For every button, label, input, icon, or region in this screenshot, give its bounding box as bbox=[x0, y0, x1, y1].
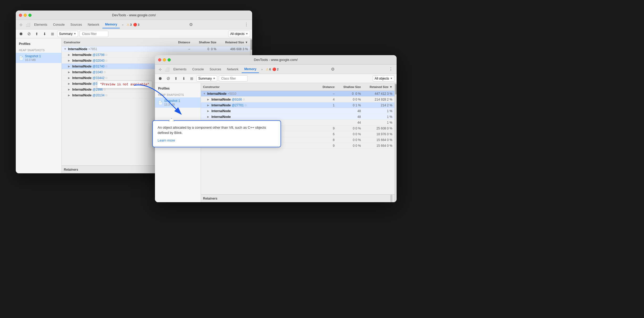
front-window-title: DevTools - www.google.com/ bbox=[254, 58, 298, 62]
front-compare-btn[interactable]: ⊞ bbox=[189, 75, 195, 82]
front-settings-icon[interactable]: ⚙ bbox=[329, 67, 336, 72]
front-nav-tabs: ⊹ ⬜ Elements Console Sources Network Mem… bbox=[155, 65, 397, 74]
front-errors: 🔴 2 bbox=[272, 67, 278, 71]
front-summary-arrow: ▼ bbox=[213, 77, 215, 80]
back-tab-network[interactable]: Network bbox=[85, 21, 102, 28]
front-scrollbar-thumb[interactable] bbox=[395, 84, 397, 95]
front-tooltip-text: An object allocated by a component other… bbox=[158, 125, 276, 135]
front-col-distance: Distance bbox=[318, 85, 337, 88]
back-expand-2[interactable]: ▶ bbox=[68, 59, 71, 62]
back-table-header: Constructor Distance Shallow Size Retain… bbox=[62, 38, 250, 46]
front-device-icon[interactable]: ⬜ bbox=[164, 66, 170, 72]
back-expand-3[interactable]: ▶ bbox=[68, 65, 71, 68]
front-inspect-icon[interactable]: ⊹ bbox=[157, 66, 163, 72]
front-table-row-4[interactable]: ▶ InternalNode 48 1 % bbox=[201, 114, 394, 120]
front-tooltip-popup: An object allocated by a component other… bbox=[152, 120, 281, 147]
back-expand-0[interactable]: ▼ bbox=[64, 48, 67, 50]
front-tab-console[interactable]: Console bbox=[190, 66, 206, 73]
back-download-btn[interactable]: ⬇ bbox=[41, 31, 48, 37]
back-all-objects-arrow: ▼ bbox=[246, 32, 248, 35]
front-expand-1[interactable]: ▶ bbox=[207, 98, 210, 101]
front-summary-select[interactable]: Summary ▼ bbox=[196, 75, 217, 82]
back-errors: 🔴 3 bbox=[133, 23, 139, 27]
back-profiles-label: Profiles bbox=[16, 41, 61, 47]
front-col-retained: Retained Size ▼ bbox=[363, 85, 394, 88]
front-scrollbar[interactable] bbox=[394, 83, 397, 202]
front-expand-2[interactable]: ▶ bbox=[207, 104, 210, 107]
front-titlebar: DevTools - www.google.com/ bbox=[155, 55, 397, 65]
front-col-constructor: Constructor bbox=[201, 85, 318, 88]
back-tab-console[interactable]: Console bbox=[50, 21, 67, 28]
back-expand-4[interactable]: ▶ bbox=[68, 71, 71, 74]
back-all-objects-select[interactable]: All objects ▼ bbox=[228, 31, 250, 37]
front-all-objects-arrow: ▼ bbox=[390, 77, 393, 80]
front-maximize-button[interactable] bbox=[168, 58, 171, 61]
front-tab-memory[interactable]: Memory bbox=[242, 66, 259, 73]
back-snapshot-name: Snapshot 1 bbox=[25, 54, 41, 58]
back-compare-btn[interactable]: ⊞ bbox=[49, 31, 56, 37]
back-settings-icon[interactable]: ⚙ bbox=[188, 22, 194, 27]
back-tab-memory[interactable]: Memory bbox=[102, 21, 120, 28]
back-nav-tabs: ⊹ ⬜ Elements Console Sources Network Mem… bbox=[16, 20, 252, 29]
back-titlebar: DevTools - www.google.com/ bbox=[16, 11, 252, 20]
front-tooltip-learn-more[interactable]: Learn more bbox=[158, 138, 175, 142]
back-minimize-button[interactable] bbox=[24, 14, 27, 17]
back-expand-5[interactable]: ▶ bbox=[68, 76, 71, 79]
back-record-btn[interactable]: ⏺ bbox=[18, 31, 24, 37]
front-window: DevTools - www.google.com/ ⊹ ⬜ Elements … bbox=[155, 55, 397, 202]
back-inspect-icon[interactable]: ⊹ bbox=[18, 22, 24, 28]
front-tab-elements[interactable]: Elements bbox=[171, 66, 189, 73]
front-minimize-button[interactable] bbox=[163, 58, 166, 61]
front-sort-icon: ▼ bbox=[389, 85, 392, 88]
front-table-row-3[interactable]: ▶ InternalNode 48 1 % bbox=[201, 108, 394, 114]
front-table-row-2[interactable]: ▶ InternalNode @27701 □ 1 0 1 % 214 2 % bbox=[201, 102, 394, 108]
front-warn-icon: ⚠ bbox=[266, 67, 269, 71]
back-snapshot-icon: 📄 bbox=[19, 56, 23, 60]
back-heap-label: HEAP SNAPSHOTS bbox=[16, 47, 61, 53]
front-col-shallow: Shallow Size bbox=[337, 85, 363, 88]
back-warnings: ⚠ 3 bbox=[127, 23, 132, 27]
back-traffic-lights bbox=[19, 14, 32, 17]
back-tab-elements[interactable]: Elements bbox=[32, 21, 50, 28]
back-snapshot-item[interactable]: 📄 Snapshot 1 16.0 MB bbox=[16, 53, 61, 63]
back-more-icon[interactable]: ⋮ bbox=[243, 22, 250, 27]
back-expand-7[interactable]: ▶ bbox=[68, 88, 71, 91]
back-summary-arrow: ▼ bbox=[74, 32, 76, 35]
blue-arrow bbox=[131, 80, 189, 122]
back-window-title: DevTools - www.google.com/ bbox=[112, 13, 156, 17]
back-expand-1[interactable]: ▶ bbox=[68, 53, 71, 56]
front-expand-0[interactable]: ▼ bbox=[203, 92, 206, 95]
front-more-icon[interactable]: ⋮ bbox=[387, 67, 394, 72]
front-table-row-0[interactable]: ▼ InternalNode ×5010 – 0 0 % 447 412 3 % bbox=[201, 91, 394, 97]
front-expand-3[interactable]: ▶ bbox=[207, 110, 210, 112]
front-close-button[interactable] bbox=[158, 58, 161, 61]
front-expand-4[interactable]: ▶ bbox=[207, 115, 210, 118]
back-maximize-button[interactable] bbox=[28, 14, 32, 17]
back-device-icon[interactable]: ⬜ bbox=[25, 22, 31, 28]
back-col-constructor: Constructor bbox=[62, 41, 174, 44]
front-more-tabs[interactable]: » bbox=[259, 68, 264, 71]
front-tab-network[interactable]: Network bbox=[224, 66, 241, 73]
back-clear-btn[interactable]: ⊘ bbox=[26, 31, 32, 37]
back-close-button[interactable] bbox=[19, 14, 22, 17]
back-snapshot-info: Snapshot 1 16.0 MB bbox=[25, 54, 41, 61]
back-tab-sources[interactable]: Sources bbox=[68, 21, 85, 28]
front-table-header: Constructor Distance Shallow Size Retain… bbox=[201, 83, 394, 91]
front-class-filter-input[interactable] bbox=[219, 75, 248, 82]
front-table-row-1[interactable]: ▶ InternalNode @9166 □ 4 0 0 % 214 928 2… bbox=[201, 97, 394, 102]
front-retainers-bar: Retainers bbox=[201, 194, 394, 202]
back-col-shallow: Shallow Size bbox=[192, 41, 219, 44]
back-summary-select[interactable]: Summary ▼ bbox=[57, 31, 78, 37]
back-upload-btn[interactable]: ⬆ bbox=[34, 31, 40, 37]
back-snap-toolbar: ⏺ ⊘ ⬆ ⬇ ⊞ Summary ▼ All objects ▼ bbox=[16, 29, 252, 38]
back-table-row-0[interactable]: ▼ InternalNode ×7851 – 0 0 % 486 608 3 % bbox=[62, 46, 250, 52]
back-scrollbar-thumb[interactable] bbox=[251, 39, 252, 50]
front-tab-sources[interactable]: Sources bbox=[207, 66, 224, 73]
back-more-tabs[interactable]: » bbox=[120, 23, 125, 26]
front-all-objects-select[interactable]: All objects ▼ bbox=[373, 75, 394, 82]
back-expand-8[interactable]: ▶ bbox=[68, 94, 71, 97]
back-expand-6[interactable]: ▶ bbox=[68, 82, 71, 85]
back-class-filter-input[interactable] bbox=[80, 31, 108, 37]
back-err-icon: 🔴 bbox=[133, 23, 137, 27]
back-col-distance: Distance bbox=[174, 41, 192, 44]
